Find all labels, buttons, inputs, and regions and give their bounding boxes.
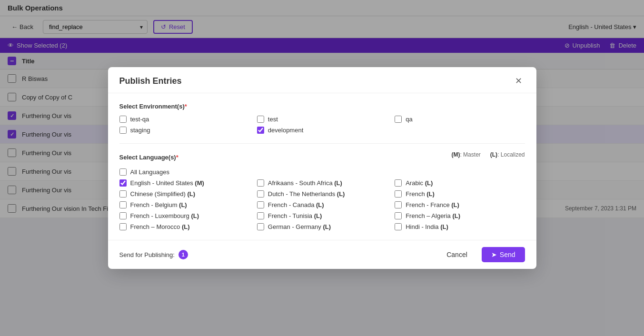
lang-checkbox-all[interactable] bbox=[119, 168, 127, 176]
lang-option-fr[interactable]: French (L) bbox=[395, 190, 525, 198]
lang-option-all[interactable]: All Languages bbox=[119, 168, 249, 176]
modal-title: Publish Entries bbox=[119, 76, 182, 86]
language-legend: (M): Master (L): Localized bbox=[451, 151, 525, 158]
lang-checkbox-fr-be[interactable] bbox=[119, 201, 127, 208]
language-options: All Languages English - United States (M… bbox=[119, 168, 525, 230]
environment-section: Select Environment(s)* test-qa test qa bbox=[119, 103, 525, 134]
send-icon: ➤ bbox=[491, 251, 497, 258]
lang-option-fr-tn[interactable]: French - Tunisia (L) bbox=[257, 212, 387, 219]
lang-option-fr-dz[interactable]: French – Algeria (L) bbox=[395, 212, 525, 219]
env-checkbox-test[interactable] bbox=[257, 116, 264, 123]
lang-checkbox-fr-tn[interactable] bbox=[257, 212, 264, 219]
env-option-test[interactable]: test bbox=[257, 116, 387, 123]
environment-label: Select Environment(s)* bbox=[119, 103, 525, 110]
lang-checkbox-hi-in[interactable] bbox=[395, 223, 402, 230]
modal-footer: Send for Publishing: 1 Cancel ➤ Send bbox=[108, 240, 536, 269]
lang-option-fr-fr[interactable]: French - France (L) bbox=[395, 201, 525, 208]
lang-option-hi-in[interactable]: Hindi - India (L) bbox=[395, 223, 525, 230]
lang-checkbox-zh-cn[interactable] bbox=[119, 190, 127, 198]
lang-checkbox-fr-ma[interactable] bbox=[119, 223, 127, 230]
lang-option-fr-ma[interactable]: French – Morocco (L) bbox=[119, 223, 249, 230]
lang-option-af-za[interactable]: Afrikaans - South Africa (L) bbox=[257, 179, 387, 187]
cancel-button[interactable]: Cancel bbox=[437, 247, 477, 262]
lang-checkbox-fr-ca[interactable] bbox=[257, 201, 264, 208]
env-option-qa[interactable]: qa bbox=[395, 116, 525, 123]
lang-option-en-us[interactable]: English - United States (M) bbox=[119, 179, 249, 187]
lang-option-fr-be[interactable]: French - Belgium (L) bbox=[119, 201, 249, 208]
environment-options: test-qa test qa staging bbox=[119, 116, 525, 134]
lang-checkbox-ar[interactable] bbox=[395, 179, 402, 187]
lang-option-fr-ca[interactable]: French - Canada (L) bbox=[257, 201, 387, 208]
language-label: Select Language(s)* bbox=[119, 154, 178, 161]
env-option-development[interactable]: development bbox=[257, 127, 387, 134]
lang-checkbox-nl-nl[interactable] bbox=[257, 190, 264, 198]
lang-option-zh-cn[interactable]: Chinese (Simplified) (L) bbox=[119, 190, 249, 198]
lang-checkbox-af-za[interactable] bbox=[257, 179, 264, 187]
publish-entries-modal: Publish Entries ✕ Select Environment(s)*… bbox=[108, 67, 536, 269]
send-button[interactable]: ➤ Send bbox=[482, 247, 525, 262]
lang-checkbox-en-us[interactable] bbox=[119, 179, 127, 187]
lang-checkbox-fr-dz[interactable] bbox=[395, 212, 402, 219]
env-option-staging[interactable]: staging bbox=[119, 127, 249, 134]
lang-checkbox-fr-lu[interactable] bbox=[119, 212, 127, 219]
lang-option-fr-lu[interactable]: French - Luxembourg (L) bbox=[119, 212, 249, 219]
lang-option-de-de[interactable]: German - Germany (L) bbox=[257, 223, 387, 230]
modal-overlay: Publish Entries ✕ Select Environment(s)*… bbox=[0, 0, 644, 336]
env-checkbox-qa[interactable] bbox=[395, 116, 402, 123]
lang-checkbox-fr[interactable] bbox=[395, 190, 402, 198]
env-checkbox-staging[interactable] bbox=[119, 127, 127, 134]
env-checkbox-test-qa[interactable] bbox=[119, 116, 127, 123]
section-divider bbox=[119, 143, 525, 144]
publish-count-badge: 1 bbox=[178, 250, 188, 259]
env-checkbox-development[interactable] bbox=[257, 127, 264, 134]
modal-body: Select Environment(s)* test-qa test qa bbox=[108, 93, 536, 240]
lang-checkbox-de-de[interactable] bbox=[257, 223, 264, 230]
modal-close-button[interactable]: ✕ bbox=[512, 76, 525, 86]
modal-header: Publish Entries ✕ bbox=[108, 67, 536, 93]
lang-option-ar[interactable]: Arabic (L) bbox=[395, 179, 525, 187]
lang-checkbox-fr-fr[interactable] bbox=[395, 201, 402, 208]
footer-buttons: Cancel ➤ Send bbox=[437, 247, 525, 262]
send-for-publishing-label: Send for Publishing: 1 bbox=[119, 250, 188, 259]
language-section: Select Language(s)* (M): Master (L): Loc… bbox=[119, 151, 525, 230]
env-option-test-qa[interactable]: test-qa bbox=[119, 116, 249, 123]
lang-option-nl-nl[interactable]: Dutch - The Netherlands (L) bbox=[257, 190, 387, 198]
